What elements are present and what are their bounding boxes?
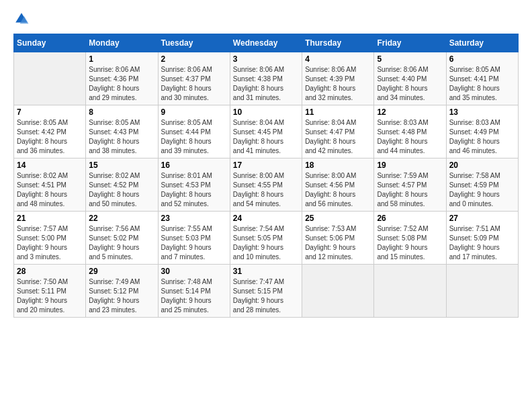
day-number: 26 — [377, 214, 443, 223]
day-info: Sunrise: 7:54 AM Sunset: 5:05 PM Dayligh… — [233, 224, 299, 262]
day-cell: 28Sunrise: 7:50 AM Sunset: 5:11 PM Dayli… — [14, 265, 86, 318]
day-cell — [14, 52, 86, 105]
day-number: 13 — [449, 107, 515, 117]
day-number: 16 — [161, 161, 227, 170]
day-info: Sunrise: 7:55 AM Sunset: 5:03 PM Dayligh… — [161, 224, 227, 262]
day-info: Sunrise: 8:02 AM Sunset: 4:51 PM Dayligh… — [17, 171, 83, 209]
column-header-row: SundayMondayTuesdayWednesdayThursdayFrid… — [14, 34, 519, 52]
week-row-1: 1Sunrise: 8:06 AM Sunset: 4:36 PM Daylig… — [14, 52, 519, 105]
day-number: 9 — [161, 107, 227, 117]
day-number: 23 — [161, 214, 227, 223]
week-row-2: 7Sunrise: 8:05 AM Sunset: 4:42 PM Daylig… — [14, 105, 519, 158]
logo — [13, 11, 32, 27]
column-header-monday: Monday — [86, 34, 158, 52]
day-cell: 14Sunrise: 8:02 AM Sunset: 4:51 PM Dayli… — [14, 158, 86, 212]
day-cell: 22Sunrise: 7:56 AM Sunset: 5:02 PM Dayli… — [86, 212, 158, 265]
day-cell: 23Sunrise: 7:55 AM Sunset: 5:03 PM Dayli… — [158, 212, 230, 265]
day-cell: 30Sunrise: 7:48 AM Sunset: 5:14 PM Dayli… — [158, 265, 230, 318]
day-cell: 26Sunrise: 7:52 AM Sunset: 5:08 PM Dayli… — [374, 212, 446, 265]
day-cell: 13Sunrise: 8:03 AM Sunset: 4:49 PM Dayli… — [446, 105, 518, 158]
day-info: Sunrise: 7:58 AM Sunset: 4:59 PM Dayligh… — [449, 171, 515, 209]
day-number: 15 — [89, 161, 154, 170]
day-number: 20 — [449, 161, 515, 170]
column-header-wednesday: Wednesday — [230, 34, 302, 52]
column-header-thursday: Thursday — [302, 34, 374, 52]
day-cell: 9Sunrise: 8:05 AM Sunset: 4:44 PM Daylig… — [158, 105, 230, 158]
day-cell: 19Sunrise: 7:59 AM Sunset: 4:57 PM Dayli… — [374, 158, 446, 212]
day-number: 27 — [449, 214, 515, 223]
day-cell: 15Sunrise: 8:02 AM Sunset: 4:52 PM Dayli… — [86, 158, 158, 212]
day-info: Sunrise: 8:05 AM Sunset: 4:41 PM Dayligh… — [449, 65, 515, 103]
day-cell: 3Sunrise: 8:06 AM Sunset: 4:38 PM Daylig… — [230, 52, 302, 105]
column-header-sunday: Sunday — [14, 34, 86, 52]
day-number: 22 — [89, 214, 154, 223]
day-info: Sunrise: 7:52 AM Sunset: 5:08 PM Dayligh… — [377, 224, 443, 262]
day-info: Sunrise: 8:04 AM Sunset: 4:47 PM Dayligh… — [305, 118, 371, 156]
day-cell: 11Sunrise: 8:04 AM Sunset: 4:47 PM Dayli… — [302, 105, 374, 158]
day-info: Sunrise: 8:06 AM Sunset: 4:39 PM Dayligh… — [305, 65, 371, 103]
day-info: Sunrise: 8:05 AM Sunset: 4:43 PM Dayligh… — [89, 118, 154, 156]
day-info: Sunrise: 8:02 AM Sunset: 4:52 PM Dayligh… — [89, 171, 154, 209]
day-cell: 20Sunrise: 7:58 AM Sunset: 4:59 PM Dayli… — [446, 158, 518, 212]
day-info: Sunrise: 8:05 AM Sunset: 4:44 PM Dayligh… — [161, 118, 227, 156]
day-number: 19 — [377, 161, 443, 170]
day-number: 3 — [233, 54, 299, 64]
week-row-4: 21Sunrise: 7:57 AM Sunset: 5:00 PM Dayli… — [14, 212, 519, 265]
day-cell: 31Sunrise: 7:47 AM Sunset: 5:15 PM Dayli… — [230, 265, 302, 318]
calendar-table: SundayMondayTuesdayWednesdayThursdayFrid… — [13, 34, 519, 318]
day-cell: 17Sunrise: 8:00 AM Sunset: 4:55 PM Dayli… — [230, 158, 302, 212]
day-cell: 16Sunrise: 8:01 AM Sunset: 4:53 PM Dayli… — [158, 158, 230, 212]
day-info: Sunrise: 8:00 AM Sunset: 4:56 PM Dayligh… — [305, 171, 371, 209]
day-info: Sunrise: 8:05 AM Sunset: 4:42 PM Dayligh… — [17, 118, 83, 156]
day-info: Sunrise: 8:04 AM Sunset: 4:45 PM Dayligh… — [233, 118, 299, 156]
day-cell — [374, 265, 446, 318]
page-header — [13, 11, 519, 27]
day-info: Sunrise: 7:57 AM Sunset: 5:00 PM Dayligh… — [17, 224, 83, 262]
day-number: 17 — [233, 161, 299, 170]
day-number: 30 — [161, 267, 227, 276]
day-info: Sunrise: 8:03 AM Sunset: 4:49 PM Dayligh… — [449, 118, 515, 156]
day-info: Sunrise: 8:06 AM Sunset: 4:40 PM Dayligh… — [377, 65, 443, 103]
column-header-tuesday: Tuesday — [158, 34, 230, 52]
day-number: 7 — [17, 107, 83, 117]
day-info: Sunrise: 8:03 AM Sunset: 4:48 PM Dayligh… — [377, 118, 443, 156]
day-info: Sunrise: 8:06 AM Sunset: 4:37 PM Dayligh… — [161, 65, 227, 103]
day-info: Sunrise: 7:50 AM Sunset: 5:11 PM Dayligh… — [17, 277, 83, 315]
day-cell: 2Sunrise: 8:06 AM Sunset: 4:37 PM Daylig… — [158, 52, 230, 105]
day-info: Sunrise: 8:06 AM Sunset: 4:38 PM Dayligh… — [233, 65, 299, 103]
day-info: Sunrise: 7:59 AM Sunset: 4:57 PM Dayligh… — [377, 171, 443, 209]
day-number: 11 — [305, 107, 371, 117]
week-row-5: 28Sunrise: 7:50 AM Sunset: 5:11 PM Dayli… — [14, 265, 519, 318]
day-info: Sunrise: 7:51 AM Sunset: 5:09 PM Dayligh… — [449, 224, 515, 262]
logo-icon — [13, 11, 30, 27]
day-cell: 6Sunrise: 8:05 AM Sunset: 4:41 PM Daylig… — [446, 52, 518, 105]
day-number: 4 — [305, 54, 371, 64]
day-number: 25 — [305, 214, 371, 223]
day-number: 5 — [377, 54, 443, 64]
day-cell: 29Sunrise: 7:49 AM Sunset: 5:12 PM Dayli… — [86, 265, 158, 318]
day-number: 18 — [305, 161, 371, 170]
day-cell: 1Sunrise: 8:06 AM Sunset: 4:36 PM Daylig… — [86, 52, 158, 105]
day-info: Sunrise: 8:01 AM Sunset: 4:53 PM Dayligh… — [161, 171, 227, 209]
day-number: 10 — [233, 107, 299, 117]
day-number: 12 — [377, 107, 443, 117]
day-number: 24 — [233, 214, 299, 223]
day-number: 21 — [17, 214, 83, 223]
day-cell: 5Sunrise: 8:06 AM Sunset: 4:40 PM Daylig… — [374, 52, 446, 105]
day-number: 6 — [449, 54, 515, 64]
day-cell: 7Sunrise: 8:05 AM Sunset: 4:42 PM Daylig… — [14, 105, 86, 158]
day-cell: 21Sunrise: 7:57 AM Sunset: 5:00 PM Dayli… — [14, 212, 86, 265]
day-info: Sunrise: 8:00 AM Sunset: 4:55 PM Dayligh… — [233, 171, 299, 209]
day-number: 14 — [17, 161, 83, 170]
day-number: 8 — [89, 107, 154, 117]
day-number: 29 — [89, 267, 154, 276]
column-header-saturday: Saturday — [446, 34, 518, 52]
day-cell: 4Sunrise: 8:06 AM Sunset: 4:39 PM Daylig… — [302, 52, 374, 105]
day-info: Sunrise: 7:47 AM Sunset: 5:15 PM Dayligh… — [233, 277, 299, 315]
day-cell — [446, 265, 518, 318]
day-info: Sunrise: 7:53 AM Sunset: 5:06 PM Dayligh… — [305, 224, 371, 262]
day-number: 2 — [161, 54, 227, 64]
day-cell: 27Sunrise: 7:51 AM Sunset: 5:09 PM Dayli… — [446, 212, 518, 265]
week-row-3: 14Sunrise: 8:02 AM Sunset: 4:51 PM Dayli… — [14, 158, 519, 212]
day-cell — [302, 265, 374, 318]
